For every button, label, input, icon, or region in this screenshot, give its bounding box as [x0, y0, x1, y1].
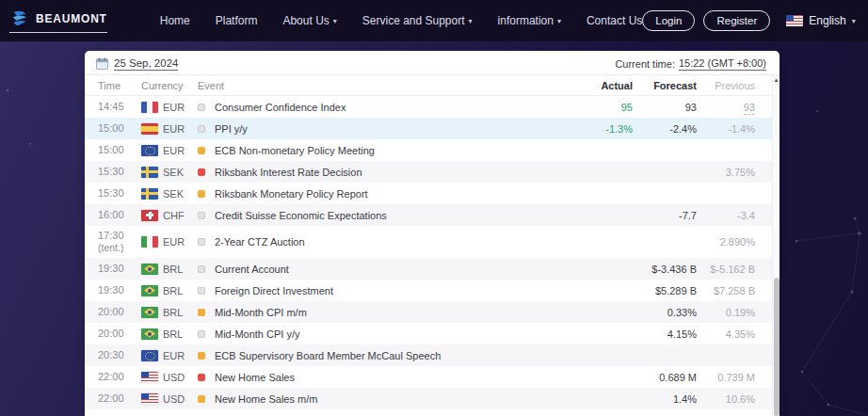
- chevron-down-icon: ▾: [852, 17, 856, 25]
- event-forecast: 0.33%: [633, 307, 697, 318]
- language-label: English: [809, 14, 845, 27]
- nav-item-information[interactable]: information ▾: [498, 14, 561, 27]
- importance-indicator: [198, 352, 205, 360]
- flag-se-icon: [141, 167, 158, 178]
- importance-indicator: [198, 212, 205, 219]
- event-previous: 0.739 M: [697, 372, 755, 383]
- importance-indicator: [198, 374, 205, 381]
- top-nav: BEAUMONT Home Platform About Us ▾ Servic…: [0, 0, 868, 41]
- event-previous: -3.4: [697, 210, 755, 221]
- date-picker[interactable]: 25 Sep, 2024: [96, 57, 178, 71]
- event-time: 16:00: [98, 209, 141, 222]
- selected-date: 25 Sep, 2024: [114, 57, 178, 71]
- nav-item-platform[interactable]: Platform: [216, 14, 258, 27]
- event-currency: USD: [141, 393, 198, 405]
- importance-indicator: [198, 238, 205, 246]
- event-currency: BRL: [141, 328, 198, 340]
- event-row[interactable]: 17:30(tent.) EUR 2-Year CTZ Auction 2.89…: [85, 226, 780, 258]
- event-row[interactable]: 20:00 BRL Mid-Month CPI y/y 4.15% 4.35%: [85, 323, 780, 344]
- column-header-currency: Currency: [141, 80, 198, 91]
- column-header-forecast: Forecast: [633, 80, 697, 91]
- nav-item-contact-us[interactable]: Contact Us: [587, 14, 642, 27]
- table-scrollbar[interactable]: ▲: [772, 75, 780, 416]
- flag-br-icon: [141, 307, 158, 318]
- event-time: 19:30: [98, 263, 141, 276]
- event-name-cell: Credit Suisse Economic Expectations: [198, 210, 569, 221]
- event-row[interactable]: 20:00 BRL Mid-Month CPI m/m 0.33% 0.19%: [85, 301, 780, 323]
- register-button[interactable]: Register: [703, 10, 770, 31]
- beaumont-logo-icon: [9, 8, 30, 29]
- event-actual: -1.3%: [569, 123, 633, 135]
- event-forecast: 1.4%: [633, 393, 697, 405]
- event-row[interactable]: 15:30 SEK Riksbank Monetary Policy Repor…: [85, 183, 780, 204]
- event-row[interactable]: 16:00 CHF Credit Suisse Economic Expecta…: [85, 204, 780, 226]
- event-row[interactable]: 15:00 EUR ECB Non-monetary Policy Meetin…: [85, 139, 780, 161]
- event-actual: 95: [569, 102, 633, 113]
- current-time: Current time: 15:22 (GMT +8:00): [615, 57, 766, 71]
- event-row[interactable]: 15:00 EUR PPI y/y -1.3% -2.4% -1.4%: [85, 118, 780, 139]
- timezone-selector[interactable]: 15:22 (GMT +8:00): [679, 57, 766, 71]
- flag-it-icon: [141, 236, 158, 248]
- nav-item-service-and-support[interactable]: Service and Support ▾: [362, 14, 473, 27]
- flag-br-icon: [141, 285, 158, 296]
- brand-name: BEAUMONT: [36, 12, 107, 25]
- nav-actions: Login Register English ▾: [642, 10, 855, 31]
- nav-item-home[interactable]: Home: [160, 14, 190, 27]
- flag-se-icon: [141, 188, 158, 200]
- flag-br-icon: [141, 264, 158, 275]
- events-table-body: 14:45 EUR Consumer Confidence Index 95 9…: [85, 96, 780, 409]
- event-name-cell: Consumer Confidence Index: [198, 102, 569, 113]
- event-name-cell: 2-Year CTZ Auction: [198, 236, 569, 248]
- event-time: 22:00: [98, 392, 141, 406]
- event-name-cell: Current Account: [198, 264, 569, 275]
- event-row[interactable]: 14:45 EUR Consumer Confidence Index 95 9…: [85, 96, 780, 118]
- event-forecast: $-3.436 B: [633, 264, 697, 275]
- event-previous: 2.890%: [697, 236, 755, 248]
- event-previous: 4.35%: [697, 328, 755, 340]
- importance-indicator: [198, 309, 205, 316]
- importance-indicator: [198, 395, 205, 403]
- login-button[interactable]: Login: [642, 10, 695, 31]
- event-name-cell: PPI y/y: [198, 123, 569, 135]
- event-time: 14:45: [98, 101, 141, 114]
- table-column-headers: Time Currency Event Actual Forecast Prev…: [85, 75, 780, 96]
- event-row[interactable]: 20:30 EUR ECB Supervisory Board Member M…: [85, 344, 780, 366]
- nav-menu: Home Platform About Us ▾ Service and Sup…: [160, 14, 643, 27]
- event-currency: EUR: [141, 102, 198, 113]
- event-row[interactable]: 19:30 BRL Current Account $-3.436 B $-5.…: [85, 258, 780, 280]
- event-forecast: -7.7: [633, 210, 697, 221]
- event-name-cell: New Home Sales: [198, 372, 569, 383]
- event-time: 19:30: [98, 284, 141, 297]
- event-previous: 10.6%: [697, 393, 755, 405]
- event-currency: BRL: [141, 264, 198, 275]
- scroll-up-arrow[interactable]: ▲: [773, 75, 780, 85]
- importance-indicator: [198, 104, 205, 111]
- calendar-header: 25 Sep, 2024 Current time: 15:22 (GMT +8…: [85, 51, 780, 75]
- event-previous: 3.75%: [697, 167, 755, 178]
- event-name-cell: ECB Non-monetary Policy Meeting: [198, 145, 569, 156]
- event-name-cell: ECB Supervisory Board Member McCaul Spee…: [198, 350, 569, 361]
- event-time: 15:00: [98, 144, 141, 157]
- chevron-down-icon: ▾: [333, 17, 337, 25]
- event-currency: CHF: [141, 210, 198, 221]
- event-currency: BRL: [141, 307, 198, 318]
- event-name-cell: Riksbank Monetary Policy Report: [198, 188, 569, 200]
- flag-us-icon: [141, 372, 158, 383]
- event-currency: EUR: [141, 350, 198, 361]
- event-row[interactable]: 15:30 SEK Riksbank Interest Rate Decisio…: [85, 161, 780, 183]
- event-name-cell: Mid-Month CPI m/m: [198, 307, 569, 318]
- event-currency: EUR: [141, 123, 198, 135]
- event-name-cell: New Home Sales m/m: [198, 393, 569, 405]
- flag-es-icon: [141, 123, 158, 135]
- brand-logo[interactable]: BEAUMONT: [9, 8, 107, 33]
- chevron-down-icon: ▾: [469, 17, 473, 25]
- event-row[interactable]: 22:00 USD New Home Sales m/m 1.4% 10.6%: [85, 388, 780, 409]
- language-selector[interactable]: English ▾: [786, 14, 855, 27]
- nav-item-about-us[interactable]: About Us ▾: [282, 14, 336, 27]
- event-name-cell: Foreign Direct Investment: [198, 285, 569, 296]
- event-previous: -1.4%: [697, 123, 755, 135]
- scrollbar-thumb[interactable]: [774, 278, 780, 416]
- event-row[interactable]: 19:30 BRL Foreign Direct Investment $5.2…: [85, 280, 780, 301]
- event-time: 17:30(tent.): [98, 230, 141, 255]
- event-row[interactable]: 22:00 USD New Home Sales 0.689 M 0.739 M: [85, 366, 780, 388]
